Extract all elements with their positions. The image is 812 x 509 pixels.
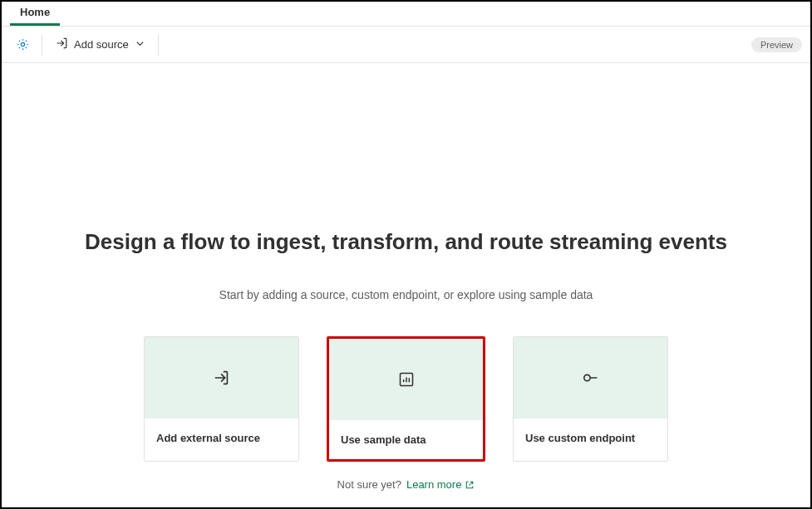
tab-label: Home	[20, 6, 50, 18]
endpoint-icon	[582, 369, 600, 387]
settings-button[interactable]	[10, 32, 35, 57]
card-add-external-source[interactable]: Add external source	[144, 336, 299, 462]
toolbar: Add source Preview	[2, 27, 810, 63]
chart-icon	[398, 371, 415, 388]
add-source-label: Add source	[74, 38, 129, 51]
preview-badge-text: Preview	[760, 40, 793, 50]
card-label: Add external source	[145, 418, 298, 458]
card-icon-area	[329, 339, 483, 420]
card-use-sample-data[interactable]: Use sample data	[327, 336, 485, 462]
enter-icon	[213, 369, 231, 387]
card-label: Use custom endpoint	[514, 418, 667, 458]
svg-point-2	[583, 374, 589, 380]
external-link-icon	[465, 480, 475, 490]
svg-point-0	[21, 42, 24, 46]
footer-text: Not sure yet? Learn more	[337, 478, 475, 491]
enter-icon	[56, 37, 69, 52]
toolbar-divider	[42, 34, 42, 56]
card-use-custom-endpoint[interactable]: Use custom endpoint	[513, 336, 668, 462]
preview-badge: Preview	[751, 37, 802, 52]
tab-bar: Home	[2, 2, 810, 27]
gear-icon	[16, 37, 30, 51]
learn-more-link[interactable]: Learn more	[406, 478, 475, 491]
learn-more-text: Learn more	[406, 478, 461, 491]
page-subtitle: Start by adding a source, custom endpoin…	[219, 288, 593, 301]
page-heading: Design a flow to ingest, transform, and …	[85, 229, 727, 255]
card-icon-area	[145, 337, 298, 418]
footer-prefix: Not sure yet?	[337, 478, 401, 491]
main-content: Design a flow to ingest, transform, and …	[2, 63, 810, 491]
card-label: Use sample data	[329, 420, 483, 459]
tab-home[interactable]: Home	[10, 2, 60, 26]
cards-row: Add external source Use sample data Use …	[144, 336, 668, 462]
chevron-down-icon	[135, 38, 145, 51]
toolbar-divider	[158, 34, 159, 56]
card-icon-area	[514, 337, 667, 418]
add-source-button[interactable]: Add source	[49, 33, 151, 56]
